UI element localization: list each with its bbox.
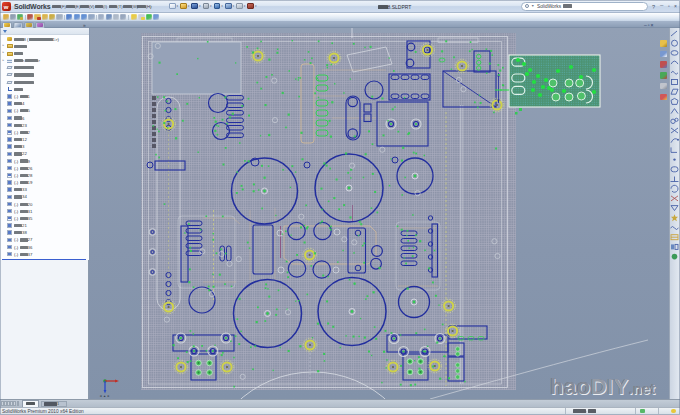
- svg-text:◄ ▲ ►: ◄ ▲ ►: [99, 394, 110, 398]
